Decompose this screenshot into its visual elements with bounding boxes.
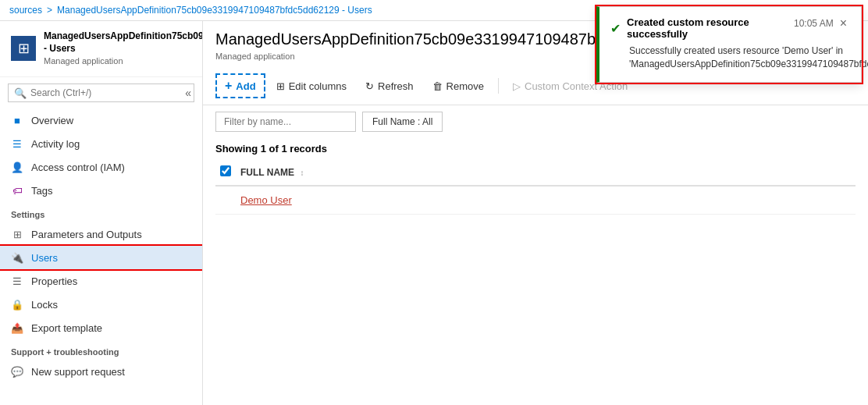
edit-columns-label: Edit columns bbox=[289, 80, 347, 92]
sidebar-item-label: Properties bbox=[31, 275, 77, 287]
sidebar-item-locks[interactable]: 🔒 Locks bbox=[0, 293, 202, 316]
data-table: FULL NAME ↕ Demo User bbox=[215, 159, 856, 215]
sidebar-item-label: Locks bbox=[31, 299, 58, 311]
sidebar-item-label: Users bbox=[31, 252, 58, 264]
properties-icon: ☰ bbox=[11, 275, 23, 287]
fullname-filter-tag[interactable]: Full Name : All bbox=[362, 112, 443, 132]
sidebar-item-label: Export template bbox=[31, 322, 102, 334]
sidebar-item-params-outputs[interactable]: ⊞ Parameters and Outputs bbox=[0, 222, 202, 246]
notification-header: ✔ Created custom resource successfully 1… bbox=[610, 16, 848, 40]
sidebar-item-label: Tags bbox=[31, 185, 52, 197]
support-section-label: Support + troubleshooting bbox=[0, 339, 202, 360]
sidebar-item-new-support[interactable]: 💬 New support request bbox=[0, 360, 202, 383]
remove-label: Remove bbox=[446, 80, 484, 92]
select-all-checkbox[interactable] bbox=[220, 165, 231, 176]
sidebar-item-activity-log[interactable]: ☰ Activity log bbox=[0, 132, 202, 155]
overview-icon: ■ bbox=[11, 114, 23, 126]
th-full-name-label: FULL NAME bbox=[240, 167, 294, 178]
filter-row: Full Name : All bbox=[203, 105, 868, 138]
sidebar-item-access-control[interactable]: 👤 Access control (IAM) bbox=[0, 155, 202, 179]
sidebar-subtitle: Managed application bbox=[44, 56, 203, 66]
sidebar-nav: ■ Overview ☰ Activity log 👤 Access contr… bbox=[0, 108, 202, 405]
record-count: Showing 1 of 1 records bbox=[203, 138, 868, 159]
app-icon: ⊞ bbox=[11, 36, 36, 61]
add-button[interactable]: + Add bbox=[215, 73, 265, 98]
breadcrumb-parent[interactable]: sources bbox=[9, 5, 42, 16]
success-icon: ✔ bbox=[610, 21, 621, 36]
remove-icon: 🗑 bbox=[432, 80, 443, 92]
sidebar: ⊞ ManagedUsersAppDefinition75cb09e331994… bbox=[0, 21, 203, 405]
sidebar-item-label: Activity log bbox=[31, 138, 80, 150]
search-icon: 🔍 bbox=[14, 87, 27, 99]
row-full-name-cell: Demo User bbox=[236, 186, 856, 215]
refresh-button[interactable]: ↻ Refresh bbox=[358, 76, 422, 96]
th-checkbox bbox=[215, 159, 236, 186]
activity-log-icon: ☰ bbox=[11, 137, 23, 150]
sidebar-item-properties[interactable]: ☰ Properties bbox=[0, 269, 202, 293]
sidebar-item-export-template[interactable]: 📤 Export template bbox=[0, 316, 202, 339]
edit-columns-button[interactable]: ⊞ Edit columns bbox=[269, 76, 354, 96]
sidebar-search-row: 🔍 « bbox=[0, 77, 202, 108]
toolbar-separator bbox=[498, 78, 499, 94]
collapse-button[interactable]: « bbox=[185, 87, 191, 99]
access-control-icon: 👤 bbox=[11, 161, 23, 173]
sidebar-item-label: Access control (IAM) bbox=[31, 162, 125, 173]
sidebar-item-label: Overview bbox=[31, 115, 73, 126]
row-checkbox-cell bbox=[215, 186, 236, 215]
breadcrumb-current: ManagedUsersAppDefinition75cb09e33199471… bbox=[57, 5, 372, 16]
demo-user-link[interactable]: Demo User bbox=[240, 194, 292, 206]
sort-icon: ↕ bbox=[300, 169, 304, 177]
refresh-icon: ↻ bbox=[365, 80, 374, 92]
tags-icon: 🏷 bbox=[11, 184, 23, 197]
sidebar-item-tags[interactable]: 🏷 Tags bbox=[0, 179, 202, 202]
settings-section-label: Settings bbox=[0, 202, 202, 222]
notification-body: Successfully created users resource 'Dem… bbox=[610, 44, 848, 71]
search-input[interactable] bbox=[8, 83, 194, 102]
add-icon: + bbox=[225, 79, 232, 93]
notification-toast: ✔ Created custom resource successfully 1… bbox=[596, 6, 862, 83]
add-label: Add bbox=[236, 80, 255, 92]
th-full-name[interactable]: FULL NAME ↕ bbox=[236, 159, 856, 186]
params-icon: ⊞ bbox=[11, 228, 23, 240]
table-header-row: FULL NAME ↕ bbox=[215, 159, 856, 186]
table-row: Demo User bbox=[215, 186, 856, 215]
users-icon: 🔌 bbox=[11, 251, 23, 264]
locks-icon: 🔒 bbox=[11, 298, 23, 311]
refresh-label: Refresh bbox=[378, 80, 414, 92]
notification-title: Created custom resource successfully bbox=[627, 16, 794, 40]
export-template-icon: 📤 bbox=[11, 322, 23, 334]
play-icon: ▷ bbox=[513, 80, 521, 92]
sidebar-title: ManagedUsersAppDefinition75cb09e33199471… bbox=[44, 30, 203, 55]
sidebar-item-overview[interactable]: ■ Overview bbox=[0, 108, 202, 132]
notification-close-button[interactable]: × bbox=[838, 16, 848, 30]
notification-time: 10:05 AM bbox=[794, 18, 834, 29]
filter-input[interactable] bbox=[215, 112, 356, 132]
sidebar-item-label: Parameters and Outputs bbox=[31, 229, 142, 240]
remove-button[interactable]: 🗑 Remove bbox=[425, 76, 492, 96]
breadcrumb-sep: > bbox=[47, 5, 52, 16]
edit-columns-icon: ⊞ bbox=[276, 80, 285, 92]
sidebar-header: ⊞ ManagedUsersAppDefinition75cb09e331994… bbox=[0, 21, 202, 77]
table-area: FULL NAME ↕ Demo User bbox=[203, 159, 868, 405]
notification-title-row: ✔ Created custom resource successfully bbox=[610, 16, 794, 40]
sidebar-item-users[interactable]: 🔌 Users bbox=[0, 246, 202, 269]
sidebar-item-label: New support request bbox=[31, 366, 125, 378]
support-icon: 💬 bbox=[11, 365, 23, 378]
